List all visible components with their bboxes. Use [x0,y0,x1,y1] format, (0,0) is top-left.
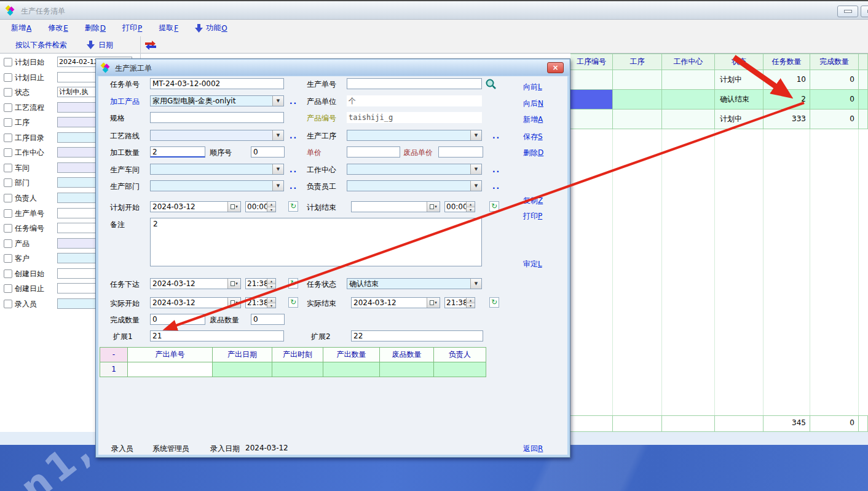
return-button[interactable]: 返回R [523,444,543,454]
toolbar-functions-button[interactable]: 功能O [195,23,227,33]
checkbox[interactable] [4,103,12,112]
output-table-row[interactable]: 1 [100,362,486,377]
col-header[interactable]: 状态 [715,54,763,70]
work-center-lookup-button[interactable]: .. [492,166,500,174]
work-center-select[interactable]: ▼ [347,164,482,175]
prod-no-input[interactable] [347,78,482,89]
checkbox[interactable] [4,239,12,248]
checkbox[interactable] [4,224,12,233]
task-no-input[interactable]: MT-24-03-12-0002 [150,78,284,89]
chevron-down-icon[interactable]: ▼ [272,96,283,106]
col-header[interactable]: 完成数量 [810,54,859,70]
calendar-dropdown-icon[interactable]: ▾ [427,298,440,308]
prod-proc-lookup-button[interactable]: .. [492,132,500,140]
output-time-cell[interactable] [272,362,323,377]
date-filter-button[interactable]: 日期 [98,40,113,50]
task-row[interactable]: 计划中 333 0 [570,110,868,129]
price-input[interactable] [347,146,400,158]
seq-input[interactable]: 0 [251,146,285,158]
checkbox[interactable] [4,58,12,66]
scrap-price-input[interactable] [438,146,483,158]
done-qty-input[interactable]: 0 [150,314,205,325]
spin-up-icon[interactable]: ▴ [267,279,275,284]
product-select[interactable]: 家用G型电脑-金奥-onlyit ▼ [150,95,284,106]
staff-lookup-button[interactable]: .. [492,182,500,191]
calendar-dropdown-icon[interactable]: ▾ [427,202,440,212]
cell-task-qty[interactable]: 333 [763,110,810,129]
chevron-down-icon[interactable]: ▼ [470,130,481,140]
checkbox[interactable] [4,134,12,142]
actual-end-time[interactable]: 21:38 ▴▾ [444,297,475,308]
ext1-input[interactable]: 21 [150,330,284,341]
refresh-icon[interactable]: ↻ [288,201,298,212]
checkbox[interactable] [4,194,12,202]
col-header[interactable]: 工序编号 [570,54,613,70]
checkbox[interactable] [4,73,12,82]
chevron-down-icon[interactable]: ▼ [470,279,481,289]
checkbox[interactable] [4,164,12,172]
cell-status[interactable]: 计划中 [715,110,763,129]
cell-done-qty[interactable]: 0 [810,110,859,129]
checkbox[interactable] [4,178,12,187]
cell-proc-no-selected[interactable] [570,90,613,109]
restore-button[interactable] [861,6,868,17]
minimize-button[interactable] [837,6,858,17]
scrap-qty-input[interactable]: 0 [251,314,285,325]
prod-proc-select[interactable]: ▼ [347,130,482,141]
chevron-down-icon[interactable]: ▼ [272,181,283,191]
delete-button[interactable]: 删除D [523,148,543,158]
cell-proc-no[interactable] [570,70,613,89]
output-date-cell[interactable] [212,362,272,377]
refresh-icon[interactable]: ↻ [288,297,298,308]
actual-end-date[interactable]: 2024-03-12 ▾ [351,297,440,308]
output-scrap-cell[interactable] [379,362,434,377]
cell-status[interactable]: 确认结束 [715,90,763,109]
actual-start-date[interactable]: 2024-03-12 ▾ [150,297,241,308]
cell-done-qty[interactable]: 0 [810,70,859,89]
toolbar-add-button[interactable]: 新增A [11,23,31,33]
spin-up-icon[interactable]: ▴ [267,298,275,303]
cell-task-qty[interactable]: 10 [763,70,810,89]
output-order-cell[interactable] [127,362,213,377]
task-issue-date[interactable]: 2024-03-12 ▾ [150,278,241,289]
staff-select[interactable]: ▼ [347,180,482,191]
spin-up-icon[interactable]: ▴ [467,202,475,207]
cell-proc[interactable] [613,70,662,89]
checkbox[interactable] [4,88,12,97]
cell-work-center[interactable] [662,90,715,109]
spec-input[interactable] [150,112,284,123]
add-button[interactable]: 新增A [523,114,543,125]
refresh-icon[interactable]: ↻ [489,297,499,308]
plan-start-date[interactable]: 2024-03-12 ▾ [150,201,241,212]
calendar-dropdown-icon[interactable]: ▾ [227,279,240,289]
col-header[interactable]: 工序 [613,54,662,70]
checkbox[interactable] [4,300,12,308]
remark-textarea[interactable]: 2 [150,218,482,266]
toolbar-print-button[interactable]: 打印P [122,23,142,33]
cell-status[interactable]: 计划中 [715,70,763,89]
dept-select[interactable]: ▼ [150,180,284,191]
search-icon[interactable] [485,78,497,90]
swap-columns-icon[interactable] [145,40,156,50]
save-button[interactable]: 保存S [523,132,543,142]
refresh-icon[interactable]: ↻ [489,201,499,212]
time-spinner[interactable]: ▴▾ [267,279,275,289]
approve-button[interactable]: 审定L [523,259,542,269]
plan-end-time[interactable]: 00:00 ▴▾ [444,201,475,212]
spin-up-icon[interactable]: ▴ [267,202,275,207]
spin-up-icon[interactable]: ▴ [467,298,475,303]
workshop-select[interactable]: ▼ [150,164,284,175]
spin-down-icon[interactable]: ▾ [267,284,275,289]
calendar-dropdown-icon[interactable]: ▾ [227,298,240,308]
dept-lookup-button[interactable]: .. [290,182,298,191]
checkbox[interactable] [4,269,12,278]
checkbox[interactable] [4,118,12,127]
plan-start-time[interactable]: 00:00 ▴▾ [245,201,276,212]
actual-start-time[interactable]: 21:38 ▴▾ [245,297,276,308]
chevron-down-icon[interactable]: ▼ [470,181,481,191]
chevron-down-icon[interactable]: ▼ [272,164,283,174]
checkbox[interactable] [4,148,12,157]
plan-end-date[interactable]: ▾ [351,201,440,212]
cell-done-qty[interactable]: 0 [810,90,859,109]
time-spinner[interactable]: ▴▾ [267,298,275,308]
